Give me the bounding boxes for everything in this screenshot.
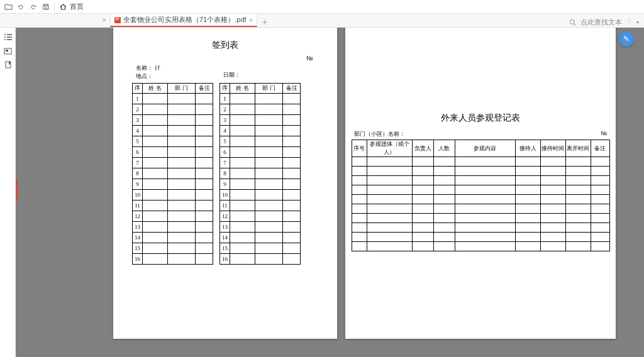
- cell-note: [196, 158, 213, 168]
- document-canvas[interactable]: ✎ 签到表 № 名称： 计 地点： 日期： 序 姓 名: [16, 28, 644, 357]
- cell: [367, 167, 412, 176]
- home-icon[interactable]: [57, 1, 69, 13]
- outline-icon[interactable]: [0, 30, 16, 44]
- cell-name: [230, 179, 255, 190]
- table-row: 8: [220, 168, 301, 179]
- cell-seq: 1: [133, 94, 143, 104]
- cell-name: [230, 136, 255, 147]
- cell: [455, 176, 515, 185]
- vcol-time: 接待时间: [540, 140, 565, 157]
- vcol-content: 参观内容: [455, 140, 515, 157]
- tab-add-button[interactable]: +: [257, 17, 272, 27]
- search-hint[interactable]: 点此查找文本: [580, 18, 622, 27]
- cell-dept: [168, 233, 196, 243]
- cell-seq: 15: [133, 243, 143, 254]
- red-indicator: [16, 178, 18, 201]
- cell: [412, 195, 433, 204]
- cell-note: [283, 168, 301, 179]
- cell-name: [143, 233, 168, 243]
- cell: [515, 223, 540, 233]
- cell: [433, 157, 455, 167]
- cell-name: [230, 200, 255, 211]
- cell: [515, 185, 540, 195]
- tab-active-doc[interactable]: 全套物业公司实用表格（71个表格）.pdf ×: [110, 13, 257, 27]
- cell-name: [143, 243, 168, 254]
- cell: [515, 167, 540, 176]
- home-label[interactable]: 首页: [70, 2, 84, 11]
- vcol-recv: 接待人: [515, 140, 540, 157]
- cell: [352, 176, 367, 185]
- col-name: 姓 名: [143, 84, 168, 94]
- cell-note: [196, 222, 213, 233]
- cell-note: [283, 190, 301, 200]
- tab-close-icon[interactable]: ×: [249, 16, 253, 24]
- cell: [367, 242, 412, 251]
- cell: [565, 157, 591, 167]
- cell-seq: 14: [133, 233, 143, 243]
- cell: [515, 242, 540, 251]
- redo-icon[interactable]: [28, 1, 39, 13]
- table-row: [352, 167, 609, 176]
- cell-note: [283, 158, 301, 168]
- cell-seq: 1: [220, 94, 230, 104]
- table-row: [352, 157, 609, 167]
- cell-name: [230, 115, 255, 126]
- cell-note: [196, 190, 213, 200]
- table-row: 2: [133, 104, 213, 115]
- cell-seq: 10: [220, 190, 230, 200]
- bookmark-icon[interactable]: [0, 58, 16, 72]
- cell-note: [196, 136, 213, 147]
- table-row: [352, 204, 609, 214]
- cell: [565, 233, 591, 242]
- cell-name: [230, 243, 255, 254]
- toolbar-separator: [54, 3, 55, 11]
- search-icon[interactable]: [569, 19, 577, 26]
- cell-dept: [255, 94, 283, 104]
- cell-seq: 5: [133, 136, 143, 147]
- cell: [591, 204, 609, 214]
- cell: [565, 242, 591, 251]
- cell: [455, 223, 515, 233]
- cell-dept: [255, 136, 283, 147]
- undo-icon[interactable]: [15, 1, 26, 13]
- menu-dots-icon[interactable]: ⋮: [626, 18, 633, 26]
- visitor-table: 序号 参观团体（或个人） 负责人 人数 参观内容 接待人 接待时间 离开时间 备…: [352, 140, 610, 251]
- table-row: 9: [220, 179, 301, 190]
- cell: [433, 204, 455, 214]
- table-row: [352, 195, 609, 204]
- cell-name: [143, 158, 168, 168]
- cell-seq: 6: [220, 147, 230, 158]
- table-row: 14: [133, 233, 213, 243]
- table-row: 14: [220, 233, 301, 243]
- thumbnails-icon[interactable]: [0, 44, 16, 58]
- cell-dept: [255, 147, 283, 158]
- cell-note: [283, 147, 301, 158]
- cell: [591, 185, 609, 195]
- cell: [412, 167, 433, 176]
- cell: [352, 204, 367, 214]
- dropdown-icon[interactable]: ▾: [636, 19, 639, 25]
- tab-gap-close[interactable]: ×: [103, 16, 106, 24]
- save-icon[interactable]: [40, 1, 52, 13]
- cell-name: [143, 200, 168, 211]
- cell: [591, 233, 609, 242]
- col-seq: 序: [220, 84, 230, 94]
- cell-name: [143, 136, 168, 147]
- cell-note: [283, 254, 301, 265]
- cell: [352, 167, 367, 176]
- cell-seq: 12: [133, 211, 143, 222]
- cell-seq: 8: [220, 168, 230, 179]
- cell-dept: [168, 104, 196, 115]
- cell-name: [143, 147, 168, 158]
- cell-seq: 7: [220, 158, 230, 168]
- cell: [433, 195, 455, 204]
- cell-name: [143, 211, 168, 222]
- cell-seq: 16: [133, 254, 143, 265]
- table-row: 12: [220, 211, 301, 222]
- table-row: 9: [133, 179, 213, 190]
- float-edit-button[interactable]: ✎: [619, 31, 634, 47]
- table-row: 8: [133, 168, 213, 179]
- cell-dept: [255, 222, 283, 233]
- open-icon[interactable]: [3, 1, 14, 13]
- table-row: 6: [133, 147, 213, 158]
